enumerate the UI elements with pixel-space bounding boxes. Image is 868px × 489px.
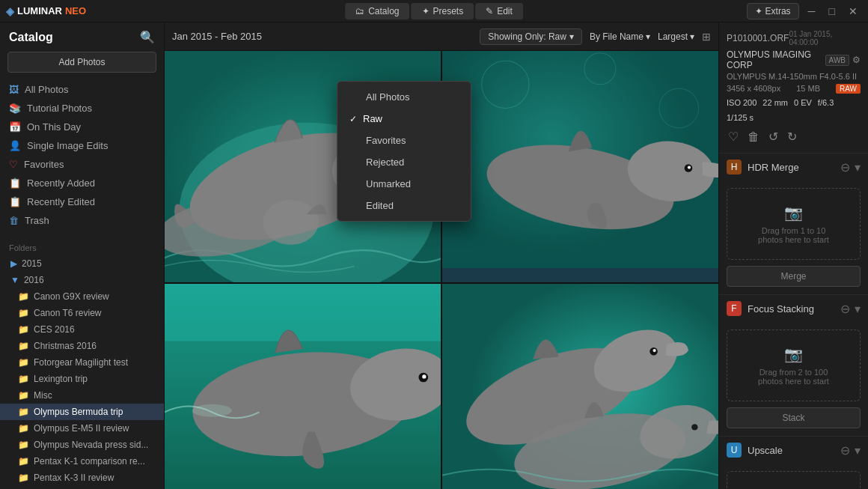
extras-button[interactable]: ✦ Extras — [747, 3, 799, 19]
close-button[interactable]: ✕ — [844, 4, 862, 19]
hdr-merge-title: H HDR Merge — [727, 160, 799, 174]
upscale-icon: U — [727, 443, 742, 458]
stack-button[interactable]: Stack — [727, 407, 861, 428]
add-photos-button[interactable]: Add Photos — [7, 52, 156, 73]
hdr-merge-section: H HDR Merge ⊖ ▾ 📷 Drag from 1 to 10 phot… — [719, 154, 868, 295]
iso-value: ISO 200 — [727, 98, 757, 107]
folder-icon-fotorgear: 📁 — [18, 357, 29, 368]
copy-button[interactable]: 🗑 — [746, 129, 761, 145]
trash-icon: 🗑 — [9, 215, 19, 226]
nav-presets[interactable]: ✦ Presets — [412, 3, 474, 19]
folder-ces-2016[interactable]: 📁 CES 2016 — [0, 321, 164, 338]
hdr-drop-zone[interactable]: 📷 Drag from 1 to 10 photos here to start — [727, 188, 861, 260]
hdr-collapse-button[interactable]: ⊖ — [840, 160, 850, 174]
favorite-button[interactable]: ♡ — [727, 128, 740, 145]
sort-dropdown[interactable]: By File Name ▾ — [590, 31, 650, 42]
rotate-right-button[interactable]: ↻ — [786, 128, 798, 145]
sidebar-item-all-photos[interactable]: 🖼 All Photos — [0, 80, 164, 99]
size-dropdown[interactable]: Largest ▾ — [658, 31, 694, 42]
folder-icon-nevada: 📁 — [18, 440, 29, 450]
focus-stacking-section: F Focus Stacking ⊖ ▾ 📷 Drag from 2 to 10… — [719, 295, 868, 437]
filter-rejected[interactable]: Rejected — [337, 151, 471, 173]
folder-olympus-nevada[interactable]: 📁 Olympus Nevada press sid... — [0, 437, 164, 453]
focus-drop-zone[interactable]: 📷 Drag from 2 to 100 photos here to star… — [727, 329, 861, 401]
focal-value: 22 mm — [762, 98, 788, 107]
merge-button[interactable]: Merge — [727, 266, 861, 287]
folder-year-icon: ▶ — [10, 258, 17, 269]
photo-date: 01 Jan 2015, 04:00:00 — [789, 30, 861, 46]
photo-cell-2[interactable] — [442, 51, 718, 282]
sidebar-item-single-image[interactable]: 👤 Single Image Edits — [0, 136, 164, 155]
favorites-icon: ♡ — [9, 159, 18, 170]
focus-stacking-header[interactable]: F Focus Stacking ⊖ ▾ — [719, 295, 868, 322]
focus-expand-button[interactable]: ▾ — [855, 302, 861, 316]
sidebar: Catalog 🔍 Add Photos 🖼 All Photos 📚 Tuto… — [0, 22, 165, 489]
focus-controls: ⊖ ▾ — [840, 302, 861, 316]
folders-section-label: Folders — [0, 239, 164, 255]
hdr-merge-header[interactable]: H HDR Merge ⊖ ▾ — [719, 154, 868, 180]
sidebar-item-favorites[interactable]: ♡ Favorites — [0, 155, 164, 174]
sidebar-item-on-this-day[interactable]: 📅 On This Day — [0, 118, 164, 136]
edit-icon: ✎ — [486, 6, 493, 16]
svg-point-31 — [691, 424, 697, 430]
showing-filter-dropdown[interactable]: Showing Only: Raw ▾ — [480, 28, 582, 45]
photo-camera: OLYMPUS IMAGING CORP AWB ⚙ — [727, 49, 861, 70]
folder-canon-g9x[interactable]: 📁 Canon G9X review — [0, 288, 164, 305]
folder-lexington[interactable]: 📁 Lexington trip — [0, 371, 164, 387]
filter-favorites[interactable]: Favorites — [337, 130, 471, 151]
minimize-button[interactable]: ─ — [804, 4, 820, 19]
right-panel: P1010001.ORF 01 Jan 2015, 04:00:00 OLYMP… — [718, 22, 868, 489]
folder-icon-canon-g9x: 📁 — [18, 291, 29, 302]
sidebar-search-button[interactable]: 🔍 — [140, 30, 155, 44]
hdr-drop-icon: 📷 — [735, 204, 852, 222]
hdr-expand-button[interactable]: ▾ — [855, 160, 861, 174]
on-this-day-icon: 📅 — [9, 121, 21, 133]
raw-format-badge: RAW — [836, 84, 861, 94]
recently-added-icon: 📋 — [9, 177, 21, 189]
folder-pentax-k70[interactable]: 📁 Pentax K-70 review — [0, 486, 164, 489]
folder-fotorgear[interactable]: 📁 Fotorgear Magilight test — [0, 354, 164, 371]
folder-pentax-k3[interactable]: 📁 Pentax K-3 II review — [0, 470, 164, 486]
folder-year-2016[interactable]: ▼ 2016 — [0, 272, 164, 288]
all-photos-icon: 🖼 — [9, 84, 19, 95]
titlebar: ◈ LUMINAR NEO 🗂 Catalog ✦ Presets ✎ Edit… — [0, 0, 868, 22]
folder-olympus-em5[interactable]: 📁 Olympus E-M5 II review — [0, 420, 164, 437]
filter-edited[interactable]: Edited — [337, 195, 471, 216]
layout-toggle-button[interactable]: ⊞ — [702, 31, 711, 43]
upscale-collapse-button[interactable]: ⊖ — [840, 443, 850, 458]
photo-cell-3[interactable] — [165, 284, 441, 489]
rotate-left-button[interactable]: ↺ — [767, 128, 780, 145]
sidebar-item-recently-edited[interactable]: 📋 Recently Edited — [0, 192, 164, 211]
filter-unmarked[interactable]: Unmarked — [337, 173, 471, 195]
folder-canon-t6[interactable]: 📁 Canon T6 review — [0, 305, 164, 321]
upscale-expand-button[interactable]: ▾ — [855, 443, 861, 458]
sidebar-item-tutorial[interactable]: 📚 Tutorial Photos — [0, 99, 164, 118]
photo-actions: ♡ 🗑 ↺ ↻ — [727, 128, 861, 145]
sidebar-header: Catalog 🔍 — [0, 22, 164, 49]
maximize-button[interactable]: □ — [825, 4, 840, 19]
folder-pentax-k1[interactable]: 📁 Pentax K-1 comparison re... — [0, 453, 164, 470]
photo-exif: ISO 200 22 mm 0 EV f/6.3 1/125 s — [727, 98, 861, 122]
sidebar-item-trash[interactable]: 🗑 Trash — [0, 211, 164, 230]
nav-catalog[interactable]: 🗂 Catalog — [345, 3, 409, 19]
folder-misc[interactable]: 📁 Misc — [0, 387, 164, 404]
photo-cell-4[interactable] — [442, 284, 718, 489]
sidebar-item-recently-added[interactable]: 📋 Recently Added — [0, 174, 164, 192]
hdr-icon: H — [727, 160, 742, 174]
folder-icon-bermuda: 📁 — [18, 407, 29, 417]
focus-collapse-button[interactable]: ⊖ — [840, 302, 850, 316]
folder-year-2015[interactable]: ▶ 2015 — [0, 255, 164, 272]
folder-expand-icon: ▼ — [10, 275, 19, 285]
sort-chevron-icon: ▾ — [646, 31, 650, 42]
logo-neo: NEO — [65, 5, 86, 16]
filter-raw[interactable]: ✓ Raw — [337, 108, 471, 130]
folder-olympus-bermuda[interactable]: 📁 Olympus Bermuda trip — [0, 404, 164, 420]
nav-edit[interactable]: ✎ Edit — [475, 3, 523, 19]
upscale-drop-zone[interactable]: 📷 Drag photo here — [727, 471, 861, 489]
content-area: Jan 2015 - Feb 2015 Showing Only: Raw ▾ … — [165, 22, 718, 489]
folder-icon-misc: 📁 — [18, 390, 29, 401]
camera-settings-icon[interactable]: ⚙ — [852, 55, 861, 65]
upscale-header[interactable]: U Upscale ⊖ ▾ — [719, 437, 868, 464]
filter-all-photos[interactable]: All Photos — [337, 86, 471, 108]
folder-christmas-2016[interactable]: 📁 Christmas 2016 — [0, 338, 164, 354]
